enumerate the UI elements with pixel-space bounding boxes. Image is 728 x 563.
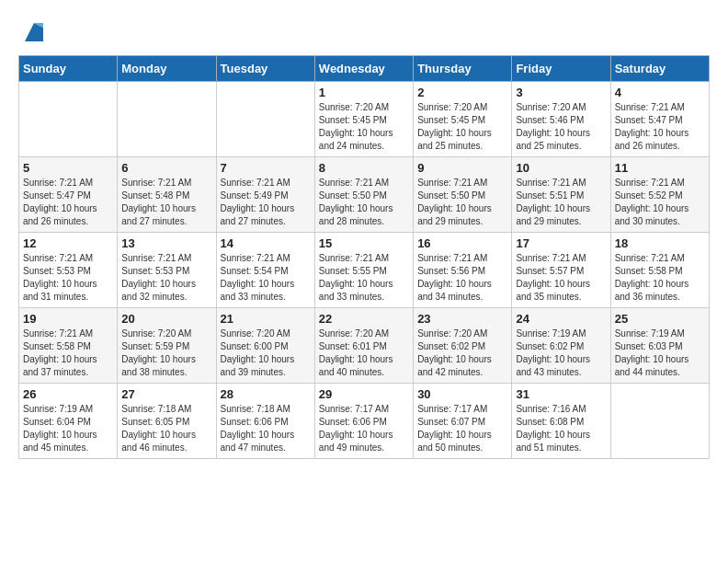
day-number: 11 [615,161,705,175]
day-number: 14 [221,236,311,250]
day-number: 13 [121,236,211,250]
day-number: 25 [615,312,705,326]
day-info: Sunrise: 7:16 AMSunset: 6:08 PMDaylight:… [516,403,606,454]
calendar-cell: 22Sunrise: 7:20 AMSunset: 6:01 PMDayligh… [314,308,413,384]
day-number: 20 [121,312,211,326]
calendar-cell: 3Sunrise: 7:20 AMSunset: 5:46 PMDaylight… [512,82,610,157]
day-number: 4 [615,86,705,99]
day-info: Sunrise: 7:21 AMSunset: 5:58 PMDaylight:… [23,327,113,379]
day-info: Sunrise: 7:20 AMSunset: 5:59 PMDaylight:… [121,327,211,379]
day-info: Sunrise: 7:20 AMSunset: 6:00 PMDaylight:… [221,327,311,379]
day-info: Sunrise: 7:21 AMSunset: 5:50 PMDaylight:… [319,177,409,228]
day-info: Sunrise: 7:19 AMSunset: 6:03 PMDaylight:… [615,327,705,379]
day-of-week-header: Friday [512,56,610,82]
calendar-cell: 2Sunrise: 7:20 AMSunset: 5:45 PMDaylight… [414,82,512,157]
calendar-cell: 16Sunrise: 7:21 AMSunset: 5:56 PMDayligh… [414,233,512,308]
calendar-cell: 24Sunrise: 7:19 AMSunset: 6:02 PMDayligh… [512,308,610,384]
day-number: 3 [516,86,606,99]
calendar-week-row: 5Sunrise: 7:21 AMSunset: 5:47 PMDaylight… [19,157,710,233]
calendar-cell [118,82,216,157]
day-number: 19 [23,312,113,326]
day-info: Sunrise: 7:17 AMSunset: 6:07 PMDaylight:… [417,403,507,454]
calendar-cell: 26Sunrise: 7:19 AMSunset: 6:04 PMDayligh… [19,384,118,459]
day-of-week-header: Saturday [610,56,709,82]
calendar-cell: 15Sunrise: 7:21 AMSunset: 5:55 PMDayligh… [314,233,413,308]
logo [18,18,48,46]
day-number: 15 [319,236,409,250]
day-number: 17 [516,236,606,250]
calendar-table: SundayMondayTuesdayWednesdayThursdayFrid… [18,55,710,459]
day-number: 6 [121,161,211,175]
day-number: 24 [516,312,606,326]
calendar-cell: 31Sunrise: 7:16 AMSunset: 6:08 PMDayligh… [512,384,610,459]
calendar-cell: 9Sunrise: 7:21 AMSunset: 5:50 PMDaylight… [414,157,512,233]
logo-icon [20,18,48,46]
day-info: Sunrise: 7:20 AMSunset: 6:02 PMDaylight:… [417,327,507,379]
day-info: Sunrise: 7:19 AMSunset: 6:04 PMDaylight:… [23,403,113,454]
day-info: Sunrise: 7:21 AMSunset: 5:49 PMDaylight:… [221,177,311,228]
day-info: Sunrise: 7:18 AMSunset: 6:05 PMDaylight:… [121,403,211,454]
calendar-cell: 19Sunrise: 7:21 AMSunset: 5:58 PMDayligh… [19,308,118,384]
day-info: Sunrise: 7:21 AMSunset: 5:48 PMDaylight:… [121,177,211,228]
day-number: 31 [516,387,606,401]
calendar-cell: 14Sunrise: 7:21 AMSunset: 5:54 PMDayligh… [216,233,314,308]
calendar-cell: 5Sunrise: 7:21 AMSunset: 5:47 PMDaylight… [19,157,118,233]
day-of-week-header: Wednesday [314,56,413,82]
day-number: 2 [417,86,507,99]
day-info: Sunrise: 7:21 AMSunset: 5:53 PMDaylight:… [23,252,113,304]
day-info: Sunrise: 7:21 AMSunset: 5:55 PMDaylight:… [319,252,409,304]
day-number: 9 [417,161,507,175]
calendar-cell: 25Sunrise: 7:19 AMSunset: 6:03 PMDayligh… [610,308,709,384]
day-info: Sunrise: 7:17 AMSunset: 6:06 PMDaylight:… [319,403,409,454]
day-number: 23 [417,312,507,326]
calendar-cell: 23Sunrise: 7:20 AMSunset: 6:02 PMDayligh… [414,308,512,384]
calendar-cell: 10Sunrise: 7:21 AMSunset: 5:51 PMDayligh… [512,157,610,233]
calendar-cell: 8Sunrise: 7:21 AMSunset: 5:50 PMDaylight… [314,157,413,233]
day-info: Sunrise: 7:21 AMSunset: 5:52 PMDaylight:… [615,177,705,228]
calendar-week-row: 12Sunrise: 7:21 AMSunset: 5:53 PMDayligh… [19,233,710,308]
calendar-cell: 1Sunrise: 7:20 AMSunset: 5:45 PMDaylight… [314,82,413,157]
calendar-cell [610,384,709,459]
day-number: 29 [319,387,409,401]
day-of-week-header: Sunday [19,56,118,82]
calendar-week-row: 26Sunrise: 7:19 AMSunset: 6:04 PMDayligh… [19,384,710,459]
day-of-week-header: Monday [118,56,216,82]
day-number: 8 [319,161,409,175]
day-info: Sunrise: 7:20 AMSunset: 5:45 PMDaylight:… [417,101,507,153]
calendar-cell: 30Sunrise: 7:17 AMSunset: 6:07 PMDayligh… [414,384,512,459]
day-info: Sunrise: 7:19 AMSunset: 6:02 PMDaylight:… [516,327,606,379]
calendar-week-row: 19Sunrise: 7:21 AMSunset: 5:58 PMDayligh… [19,308,710,384]
day-number: 12 [23,236,113,250]
day-info: Sunrise: 7:20 AMSunset: 5:45 PMDaylight:… [319,101,409,153]
day-number: 30 [417,387,507,401]
day-info: Sunrise: 7:21 AMSunset: 5:53 PMDaylight:… [121,252,211,304]
day-info: Sunrise: 7:21 AMSunset: 5:54 PMDaylight:… [221,252,311,304]
day-number: 21 [221,312,311,326]
calendar-cell: 13Sunrise: 7:21 AMSunset: 5:53 PMDayligh… [118,233,216,308]
calendar-cell [19,82,118,157]
day-number: 16 [417,236,507,250]
calendar-header: SundayMondayTuesdayWednesdayThursdayFrid… [19,56,710,82]
calendar-cell: 28Sunrise: 7:18 AMSunset: 6:06 PMDayligh… [216,384,314,459]
day-number: 22 [319,312,409,326]
day-info: Sunrise: 7:20 AMSunset: 6:01 PMDaylight:… [319,327,409,379]
calendar-cell: 4Sunrise: 7:21 AMSunset: 5:47 PMDaylight… [610,82,709,157]
day-info: Sunrise: 7:21 AMSunset: 5:58 PMDaylight:… [615,252,705,304]
calendar-cell: 6Sunrise: 7:21 AMSunset: 5:48 PMDaylight… [118,157,216,233]
day-info: Sunrise: 7:21 AMSunset: 5:57 PMDaylight:… [516,252,606,304]
day-number: 1 [319,86,409,99]
day-info: Sunrise: 7:21 AMSunset: 5:51 PMDaylight:… [516,177,606,228]
day-number: 5 [23,161,113,175]
calendar-cell: 7Sunrise: 7:21 AMSunset: 5:49 PMDaylight… [216,157,314,233]
day-info: Sunrise: 7:21 AMSunset: 5:47 PMDaylight:… [23,177,113,228]
calendar-cell: 18Sunrise: 7:21 AMSunset: 5:58 PMDayligh… [610,233,709,308]
calendar-cell: 20Sunrise: 7:20 AMSunset: 5:59 PMDayligh… [118,308,216,384]
day-number: 7 [221,161,311,175]
day-number: 10 [516,161,606,175]
calendar-cell: 27Sunrise: 7:18 AMSunset: 6:05 PMDayligh… [118,384,216,459]
calendar-cell: 21Sunrise: 7:20 AMSunset: 6:00 PMDayligh… [216,308,314,384]
calendar-cell: 11Sunrise: 7:21 AMSunset: 5:52 PMDayligh… [610,157,709,233]
day-of-week-header: Tuesday [216,56,314,82]
page-header [18,18,710,46]
day-info: Sunrise: 7:21 AMSunset: 5:50 PMDaylight:… [417,177,507,228]
